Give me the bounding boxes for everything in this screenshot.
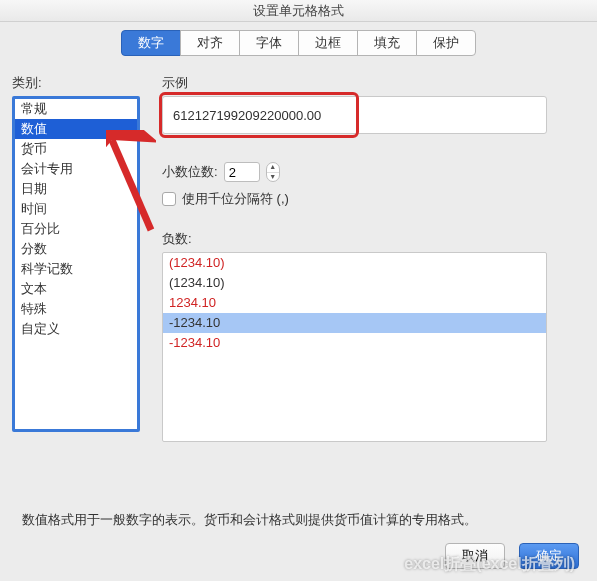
tab-1[interactable]: 对齐 bbox=[180, 30, 240, 56]
category-list[interactable]: 常规数值货币会计专用日期时间百分比分数科学记数文本特殊自定义 bbox=[12, 96, 140, 432]
category-item[interactable]: 时间 bbox=[15, 199, 137, 219]
tab-2[interactable]: 字体 bbox=[239, 30, 299, 56]
tab-bar: 数字对齐字体边框填充保护 bbox=[12, 30, 585, 56]
category-item[interactable]: 科学记数 bbox=[15, 259, 137, 279]
category-item[interactable]: 文本 bbox=[15, 279, 137, 299]
main-area: 类别: 常规数值货币会计专用日期时间百分比分数科学记数文本特殊自定义 示例 61… bbox=[12, 74, 585, 442]
category-item[interactable]: 特殊 bbox=[15, 299, 137, 319]
category-label: 类别: bbox=[12, 74, 140, 92]
thousands-label: 使用千位分隔符 (,) bbox=[182, 190, 289, 208]
category-item[interactable]: 会计专用 bbox=[15, 159, 137, 179]
negative-label: 负数: bbox=[162, 230, 585, 248]
negative-format-item[interactable]: -1234.10 bbox=[163, 333, 546, 353]
tab-0[interactable]: 数字 bbox=[121, 30, 181, 56]
sample-label: 示例 bbox=[162, 74, 585, 92]
category-item[interactable]: 百分比 bbox=[15, 219, 137, 239]
category-item[interactable]: 货币 bbox=[15, 139, 137, 159]
decimal-label: 小数位数: bbox=[162, 163, 218, 181]
thousands-checkbox[interactable] bbox=[162, 192, 176, 206]
decimal-row: 小数位数: ▲ ▼ bbox=[162, 162, 585, 182]
dialog-content: 数字对齐字体边框填充保护 类别: 常规数值货币会计专用日期时间百分比分数科学记数… bbox=[0, 22, 597, 581]
tab-5[interactable]: 保护 bbox=[416, 30, 476, 56]
decimal-input[interactable] bbox=[224, 162, 260, 182]
sample-value: 612127199209220000.00 bbox=[162, 96, 547, 134]
decimal-stepper[interactable]: ▲ ▼ bbox=[266, 162, 280, 182]
help-text: 数值格式用于一般数字的表示。货币和会计格式则提供货币值计算的专用格式。 bbox=[22, 511, 477, 529]
thousands-row: 使用千位分隔符 (,) bbox=[162, 190, 585, 208]
stepper-up-icon[interactable]: ▲ bbox=[267, 163, 279, 173]
negative-format-item[interactable]: 1234.10 bbox=[163, 293, 546, 313]
category-column: 类别: 常规数值货币会计专用日期时间百分比分数科学记数文本特殊自定义 bbox=[12, 74, 140, 442]
category-item[interactable]: 分数 bbox=[15, 239, 137, 259]
cancel-button[interactable]: 取消 bbox=[445, 543, 505, 569]
settings-column: 示例 612127199209220000.00 小数位数: ▲ ▼ 使用千位分… bbox=[162, 74, 585, 442]
tab-4[interactable]: 填充 bbox=[357, 30, 417, 56]
ok-button[interactable]: 确定 bbox=[519, 543, 579, 569]
dialog-footer: 取消 确定 bbox=[445, 543, 579, 569]
negative-format-item[interactable]: -1234.10 bbox=[163, 313, 546, 333]
sample-area: 612127199209220000.00 bbox=[162, 96, 585, 144]
category-item[interactable]: 常规 bbox=[15, 99, 137, 119]
tab-3[interactable]: 边框 bbox=[298, 30, 358, 56]
category-item[interactable]: 日期 bbox=[15, 179, 137, 199]
category-item[interactable]: 自定义 bbox=[15, 319, 137, 339]
negative-list[interactable]: (1234.10)(1234.10)1234.10-1234.10-1234.1… bbox=[162, 252, 547, 442]
negative-format-item[interactable]: (1234.10) bbox=[163, 253, 546, 273]
negative-format-item[interactable]: (1234.10) bbox=[163, 273, 546, 293]
stepper-down-icon[interactable]: ▼ bbox=[267, 173, 279, 182]
window-title: 设置单元格格式 bbox=[0, 0, 597, 22]
category-item[interactable]: 数值 bbox=[15, 119, 137, 139]
